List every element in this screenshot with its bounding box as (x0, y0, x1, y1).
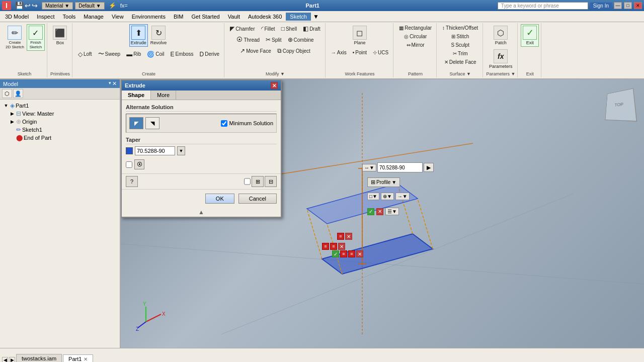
menu-view[interactable]: View (108, 13, 128, 21)
dialog-icon-btn[interactable]: ? (126, 176, 138, 187)
tree-item-view-master[interactable]: ▶ ⊟ View: Master (2, 110, 118, 118)
tab-close-icon[interactable]: ✕ (84, 356, 88, 362)
menu-manage[interactable]: Manage (79, 13, 108, 21)
close-btn[interactable]: ✕ (634, 2, 642, 9)
tree-item-end-of-part[interactable]: ⬤ End of Part (2, 134, 118, 142)
sweep-btn[interactable]: 〜Sweep (96, 49, 123, 59)
panel-search-btn[interactable]: 👤 (13, 89, 23, 98)
patch-btn[interactable]: ⬡ Patch (492, 24, 510, 47)
menu-expand-btn[interactable]: ▼ (313, 13, 319, 20)
point-btn[interactable]: •Point (350, 49, 369, 56)
menu-getstarted[interactable]: Get Started (187, 13, 223, 21)
cancel-btn[interactable]: Cancel (238, 194, 277, 204)
ucs-btn[interactable]: ⊹UCS (370, 49, 391, 56)
close-icon-1[interactable]: ✕ (345, 233, 352, 240)
fillet-btn[interactable]: ◜Fillet (259, 24, 278, 33)
ctrl1-dropdown[interactable]: □▼ (367, 193, 379, 200)
rectangular-btn[interactable]: ▦Rectangular (396, 24, 434, 32)
ctrl3-dropdown[interactable]: →▼ (395, 193, 410, 200)
maximize-btn[interactable]: □ (624, 2, 632, 9)
delete-face-btn[interactable]: ✕Delete Face (442, 58, 479, 66)
parameters-btn[interactable]: fx Parameters (488, 48, 514, 70)
menu-3dmodel[interactable]: 3D Model (1, 13, 33, 21)
profile-dropdown[interactable]: ⊞ Profile ▼ (367, 177, 400, 187)
dialog-close-btn[interactable]: ✕ (271, 82, 278, 89)
shell-btn[interactable]: □Shell (279, 24, 300, 33)
tree-item-sketch1[interactable]: ✏ Sketch1 (2, 126, 118, 134)
extra-checkbox[interactable] (126, 161, 132, 168)
chamfer-btn[interactable]: ◤Chamfer (227, 24, 257, 33)
taper-arrow-btn[interactable]: ▼ (177, 146, 185, 155)
menu-vault[interactable]: Vault (224, 13, 244, 21)
search-box[interactable]: Type a keyword or phrase (498, 2, 588, 10)
tab-nav-btn2[interactable]: ▶ (9, 357, 15, 362)
move-face-btn[interactable]: ↗Move Face (237, 46, 273, 55)
create-2d-sketch-btn[interactable]: ✏ Create 2D Sketch (4, 24, 26, 51)
dim-left-dropdown[interactable]: ↔▼ (362, 164, 376, 171)
copy-object-btn[interactable]: ⧉Copy Object (275, 46, 313, 55)
extrude-btn[interactable]: ⬆ Extrude (129, 24, 148, 47)
mirror-btn[interactable]: ⇔Mirror (404, 41, 427, 49)
minimize-btn[interactable]: — (614, 2, 622, 9)
finish-sketch-btn[interactable]: ✓ Finish Sketch (27, 24, 45, 51)
tab-part1[interactable]: Part1 ✕ (63, 354, 93, 362)
menu-environments[interactable]: Environments (128, 13, 170, 21)
extra-icon-btn[interactable]: ⦿ (134, 159, 144, 169)
box-btn[interactable]: ⬛ Box (51, 24, 69, 47)
ctrl4-dropdown[interactable]: ☰▼ (385, 208, 399, 215)
panel-close-icon[interactable]: ✕ (112, 80, 117, 87)
revolve-btn[interactable]: ↻ Revolve (149, 24, 169, 47)
close-icon-2[interactable]: ✕ (338, 243, 345, 250)
rib-btn[interactable]: ▬Rib (124, 50, 143, 59)
tree-item-origin[interactable]: ▶ ⊕ Origin (2, 118, 118, 126)
taper-input[interactable] (135, 146, 175, 155)
appearance-dropdown[interactable]: Default ▼ (75, 2, 104, 10)
material-dropdown[interactable]: Material ▼ (42, 2, 73, 10)
tree-item-part1[interactable]: ▼ ◈ Part1 (2, 102, 118, 110)
menu-tools[interactable]: Tools (59, 13, 80, 21)
dialog-tab-more[interactable]: More (151, 90, 176, 100)
combine-btn[interactable]: ⊕Combine (285, 35, 316, 44)
sol-btn-1[interactable]: ◤ (129, 117, 143, 129)
sign-in-btn[interactable]: Sign In (590, 3, 612, 9)
menu-sketch[interactable]: Sketch (286, 13, 311, 21)
menu-autodesk360[interactable]: Autodesk 360 (244, 13, 286, 21)
sculpt-btn[interactable]: SSculpt (448, 41, 471, 49)
derive-btn[interactable]: DDerive (197, 50, 222, 59)
nav-cube[interactable]: TOP (605, 88, 637, 121)
dim-right-btn[interactable]: ▶ (424, 163, 434, 172)
ctrl2-dropdown[interactable]: ⊕▼ (381, 193, 394, 200)
tab-twostacks[interactable]: twostacks.iam (16, 354, 62, 362)
min-solution-checkbox[interactable] (221, 120, 227, 127)
chain-btn-2[interactable]: ⊟ (265, 176, 277, 187)
thread-btn[interactable]: ⦿Thread (234, 35, 262, 44)
axis-btn[interactable]: →Axis (329, 49, 349, 56)
ok-btn[interactable]: OK (205, 194, 234, 204)
expand-arrow[interactable]: ▲ (122, 208, 281, 217)
sol-btn-2[interactable]: ◥ (145, 117, 159, 129)
menu-bim[interactable]: BIM (170, 13, 188, 21)
exit-btn[interactable]: ✓ Exit (521, 24, 539, 47)
tab-nav-btn[interactable]: ◀ (2, 357, 8, 362)
menu-inspect[interactable]: Inspect (33, 13, 58, 21)
thicken-btn[interactable]: ↕Thicken/Offset (440, 24, 480, 32)
trim-btn[interactable]: ✂Trim (450, 50, 470, 57)
close-icon-3[interactable]: ✕ (356, 250, 363, 257)
viewport-cancel-btn[interactable]: ✕ (376, 208, 383, 215)
split-btn[interactable]: ✂Split (263, 35, 284, 44)
plane-btn[interactable]: ◻ Plane (351, 24, 369, 47)
viewport[interactable]: ↔▼ ▶ ⊞ Profile ▼ □▼ ⊕▼ →▼ ✓ ✕ ☰▼ ≡ ✕ (121, 79, 644, 348)
draft-btn[interactable]: ◧Draft (300, 24, 323, 33)
chain-btn-1[interactable]: ⊞ (252, 176, 264, 187)
emboss-btn[interactable]: EEmboss (168, 50, 196, 59)
dimension-input[interactable] (377, 162, 423, 172)
panel-filter-icon[interactable]: ▾ (109, 80, 111, 87)
viewport-ok-btn[interactable]: ✓ (367, 208, 374, 215)
circular-btn[interactable]: ◎Circular (401, 33, 429, 40)
loft-btn[interactable]: ◇Loft (75, 50, 95, 59)
panel-filter-btn[interactable]: ⬡ (2, 89, 12, 98)
coil-btn[interactable]: 🌀Coil (144, 50, 167, 59)
chain-checkbox[interactable] (244, 176, 251, 187)
stitch-btn[interactable]: ⊞Stitch (449, 33, 471, 40)
dialog-tab-shape[interactable]: Shape (122, 90, 151, 100)
